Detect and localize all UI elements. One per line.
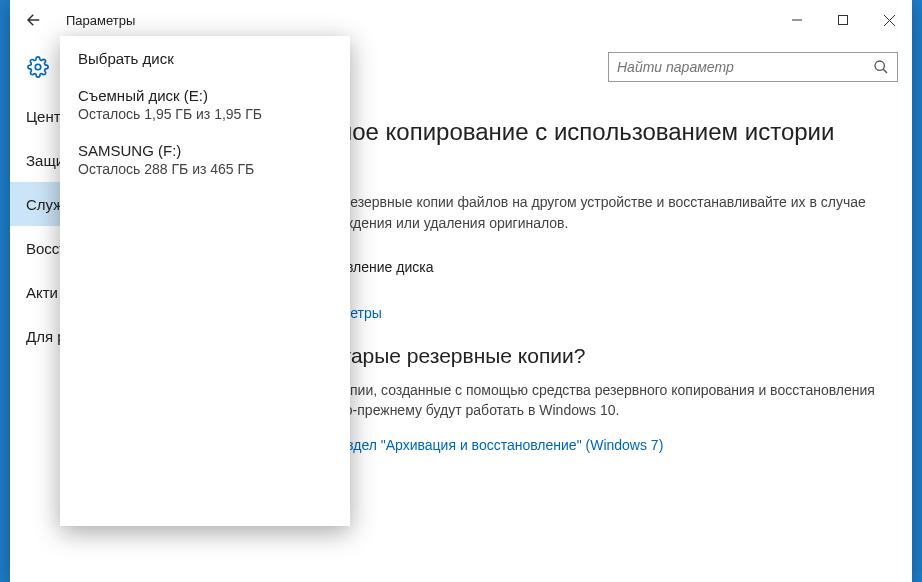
settings-home-button[interactable] [24, 53, 52, 81]
back-button[interactable] [10, 0, 58, 40]
search-box[interactable] [608, 52, 898, 82]
svg-line-6 [883, 69, 887, 73]
minimize-button[interactable] [774, 0, 820, 40]
window-title: Параметры [66, 13, 135, 28]
dropdown-item-1[interactable]: SAMSUNG (F:) Осталось 288 ГБ из 465 ГБ [78, 142, 332, 177]
sidebar-item-label: Служ [26, 196, 63, 213]
sidebar-item-label: Защи [26, 152, 64, 169]
window-controls [774, 0, 912, 40]
disk-space: Осталось 288 ГБ из 465 ГБ [78, 161, 332, 177]
sidebar-item-label: Цент [26, 108, 61, 125]
minimize-icon [792, 15, 802, 25]
settings-window: Параметры Цент Защи Служ Восст [10, 0, 912, 582]
dropdown-item-0[interactable]: Съемный диск (E:) Осталось 1,95 ГБ из 1,… [78, 87, 332, 122]
svg-rect-1 [839, 16, 848, 25]
page-heading: Резервное копирование с использованием и… [261, 116, 886, 178]
disk-name: Съемный диск (E:) [78, 87, 332, 104]
disk-space: Осталось 1,95 ГБ из 1,95 ГБ [78, 106, 332, 122]
maximize-icon [838, 15, 848, 25]
disk-select-dropdown: Выбрать диск Съемный диск (E:) Осталось … [60, 36, 350, 526]
svg-point-5 [875, 61, 884, 70]
close-button[interactable] [866, 0, 912, 40]
gear-icon [27, 56, 49, 78]
close-icon [884, 15, 895, 26]
search-input[interactable] [617, 59, 873, 75]
search-icon [873, 59, 889, 75]
secondary-heading: Ищете старые резервные копии? [261, 344, 886, 368]
titlebar: Параметры [10, 0, 912, 40]
secondary-description: Резервные копии, созданные с помощью сре… [261, 380, 886, 421]
description-text: Сохраняйте резервные копии файлов на дру… [261, 192, 886, 233]
dropdown-title: Выбрать диск [78, 50, 332, 67]
disk-name: SAMSUNG (F:) [78, 142, 332, 159]
svg-point-4 [35, 64, 41, 70]
add-disk-button[interactable]: + Добавление диска [261, 247, 886, 287]
arrow-left-icon [25, 11, 43, 29]
maximize-button[interactable] [820, 0, 866, 40]
sidebar-item-label: Акти [26, 284, 58, 301]
